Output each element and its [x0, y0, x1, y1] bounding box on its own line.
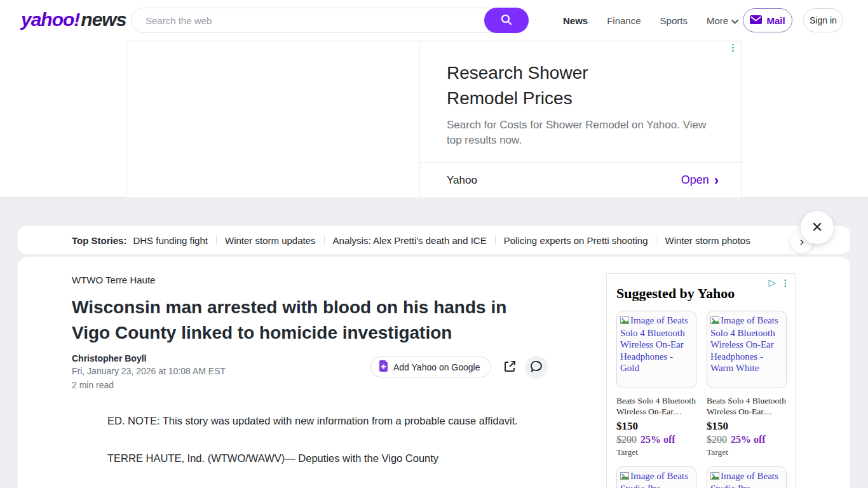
article-author[interactable]: Christopher Boyll	[72, 353, 146, 363]
ad-description: Search for Costs for Shower Remodel on Y…	[447, 118, 707, 148]
product-card: Image of Beats Solo 4 Bluetooth Wireless…	[616, 311, 696, 458]
suggested-title: Suggested by Yahoo	[616, 285, 785, 302]
product-image-placeholder[interactable]: Image of Beats Studio Pro	[707, 466, 787, 488]
add-yahoo-on-google-button[interactable]: Add Yahoo on Google	[370, 356, 491, 377]
divider	[495, 236, 496, 245]
product-image-alt-text: Image of Beats Studio Pro	[710, 471, 778, 488]
product-card: Image of Beats Solo 4 Bluetooth Wireless…	[707, 311, 787, 458]
ad-title[interactable]: Research Shower Remodel Prices	[447, 60, 663, 111]
close-button[interactable]: ✕	[801, 211, 834, 244]
product-discount: 25% off	[731, 434, 766, 445]
broken-image-icon	[620, 315, 629, 327]
article-date: Fri, January 23, 2026 at 10:08 AM EST	[72, 366, 226, 376]
product-grid: Image of Beats Solo 4 Bluetooth Wireless…	[616, 311, 785, 488]
header-nav: News Finance Sports More	[563, 0, 738, 41]
nav-item-sports[interactable]: Sports	[660, 15, 688, 26]
product-deal: $20025% off	[707, 434, 787, 445]
comment-bubble-icon	[530, 360, 543, 374]
broken-image-icon	[620, 471, 629, 483]
chevron-right-icon: ›	[714, 175, 719, 186]
top-story-link-3[interactable]: Analysis: Alex Pretti's death and ICE	[333, 235, 487, 246]
add-button-label: Add Yahoo on Google	[393, 362, 480, 372]
broken-image-icon	[710, 471, 719, 483]
broken-image-icon	[710, 315, 719, 327]
suggested-by-yahoo-module: ▷ ⋮ Suggested by Yahoo Image of Beats So…	[606, 273, 796, 488]
nav-item-finance[interactable]: Finance	[607, 15, 641, 26]
external-link-icon	[503, 360, 517, 375]
divider	[324, 236, 325, 245]
mail-button[interactable]: Mail	[743, 8, 792, 32]
product-name[interactable]: Beats Solo 4 Bluetooth Wireless On-Ear…	[616, 395, 696, 417]
product-image-placeholder[interactable]: Image of Beats Studio Pro	[616, 466, 696, 488]
nav-item-more[interactable]: More	[707, 15, 738, 26]
comments-button[interactable]	[525, 356, 548, 379]
article-paragraph: ED. NOTE: This story was updated with ne…	[107, 410, 527, 431]
product-name[interactable]: Beats Solo 4 Bluetooth Wireless On-Ear…	[707, 395, 787, 417]
product-store: Target	[707, 447, 787, 458]
sign-in-button[interactable]: Sign in	[803, 8, 843, 32]
kebab-menu-icon[interactable]: ⋮	[781, 278, 790, 288]
product-image-alt-text: Image of Beats Studio Pro	[620, 471, 688, 488]
product-image-alt-text: Image of Beats Solo 4 Bluetooth Wireless…	[710, 315, 778, 373]
article-paragraph: TERRE HAUTE, Ind. (WTWO/WAWV)— Deputies …	[107, 448, 527, 469]
logo-news-text: news	[81, 9, 126, 30]
product-price: $150	[707, 420, 787, 433]
search-button[interactable]	[484, 8, 529, 33]
ad-footer: Yahoo Open ›	[420, 162, 742, 198]
product-deal: $20025% off	[616, 434, 696, 445]
product-store: Target	[616, 447, 696, 458]
article-headline: Wisconsin man arrested with blood on his…	[72, 295, 532, 346]
article-source[interactable]: WTWO Terre Haute	[72, 274, 155, 285]
ad-open-label: Open	[681, 173, 709, 187]
ad-options-kebab-icon[interactable]: ⋮	[728, 43, 738, 52]
mail-icon	[750, 15, 762, 26]
product-discount: 25% off	[641, 434, 675, 445]
top-story-link-2[interactable]: Winter storm updates	[225, 235, 316, 246]
product-image-alt-text: Image of Beats Solo 4 Bluetooth Wireless…	[620, 315, 688, 373]
product-old-price: $200	[707, 434, 727, 445]
chevron-down-icon	[731, 15, 738, 26]
product-old-price: $200	[616, 434, 637, 445]
sign-in-label: Sign in	[810, 15, 837, 25]
top-stories-label: Top Stories:	[72, 235, 126, 246]
add-extension-icon	[379, 360, 388, 374]
search-bar	[131, 8, 529, 33]
ad-open-link[interactable]: Open ›	[681, 173, 719, 187]
adchoices-icon[interactable]: ▷	[768, 277, 776, 288]
top-story-link-5[interactable]: Winter storm photos	[665, 235, 750, 246]
product-card: Image of Beats Studio Pro	[707, 466, 787, 488]
article-card: WTWO Terre Haute Wisconsin man arrested …	[18, 257, 850, 488]
product-price: $150	[616, 420, 696, 433]
top-banner-ad: ⋮ Research Shower Remodel Prices Search …	[126, 41, 742, 198]
search-input[interactable]	[132, 8, 475, 32]
divider	[216, 236, 217, 245]
top-story-link-4[interactable]: Policing experts on Pretti shooting	[504, 235, 648, 246]
ad-text-panel: ⋮ Research Shower Remodel Prices Search …	[420, 41, 742, 198]
article-read-time: 2 min read	[72, 380, 114, 390]
more-label: More	[707, 15, 728, 26]
yahoo-news-logo[interactable]: yahoo!news	[21, 9, 126, 30]
product-image-placeholder[interactable]: Image of Beats Solo 4 Bluetooth Wireless…	[707, 311, 787, 388]
search-icon	[500, 13, 513, 28]
top-story-link-1[interactable]: DHS funding fight	[133, 235, 208, 246]
ad-module-icons: ▷ ⋮	[768, 277, 790, 288]
top-stories-bar: Top Stories: DHS funding fight Winter st…	[18, 226, 850, 254]
share-button[interactable]	[498, 356, 521, 379]
logo-yahoo-text: yahoo!	[21, 9, 79, 30]
article-body: ED. NOTE: This story was updated with ne…	[107, 410, 527, 485]
divider	[656, 236, 656, 245]
ad-image-area	[126, 41, 420, 198]
product-image-placeholder[interactable]: Image of Beats Solo 4 Bluetooth Wireless…	[616, 311, 696, 388]
product-card: Image of Beats Studio Pro	[616, 466, 696, 488]
mail-label: Mail	[766, 15, 785, 26]
nav-item-news[interactable]: News	[563, 15, 588, 26]
header: yahoo!news News Finance Sports More Mail…	[0, 0, 868, 41]
ad-advertiser: Yahoo	[447, 174, 477, 187]
